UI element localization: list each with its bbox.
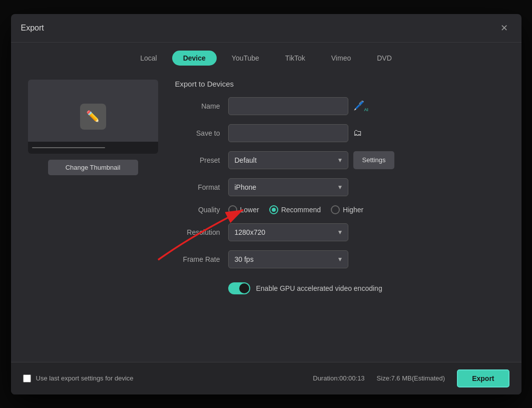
preset-row: Preset Default Custom ▼ Settings — [175, 151, 509, 169]
format-select[interactable]: iPhone iPad Android Apple TV — [228, 178, 348, 196]
thumbnail-icon: ✏️ — [80, 104, 106, 130]
toggle-knob — [239, 283, 249, 293]
section-title: Export to Devices — [175, 80, 509, 88]
frame-rate-label: Frame Rate — [175, 255, 220, 263]
quality-options: Lower Recommend Higher — [228, 205, 364, 214]
right-panel: Export to Devices Name 🖊️AI Save to 🗂 Pr… — [175, 80, 509, 354]
ai-icon[interactable]: 🖊️AI — [353, 100, 369, 112]
thumbnail-preview: ✏️ — [28, 80, 158, 154]
tab-tiktok[interactable]: TikTok — [274, 51, 316, 66]
tabs-row: Local Device YouTube TikTok Vimeo DVD — [11, 43, 521, 72]
save-to-row: Save to 🗂 — [175, 124, 509, 142]
resolution-select[interactable]: 1280x720 1920x1080 3840x2160 — [228, 223, 348, 241]
change-thumbnail-button[interactable]: Change Thumbnail — [48, 160, 138, 175]
last-settings-checkbox[interactable] — [23, 374, 31, 382]
size-text: Size:7.6 MB(Estimated) — [377, 374, 445, 382]
quality-higher-radio[interactable] — [331, 205, 340, 214]
quality-row: Quality Lower Recommend — [175, 205, 509, 214]
quality-higher-label: Higher — [343, 206, 363, 214]
quality-label: Quality — [175, 206, 220, 214]
edit-icon: ✏️ — [86, 110, 100, 123]
tab-device[interactable]: Device — [172, 51, 217, 66]
tab-local[interactable]: Local — [129, 51, 168, 66]
thumbnail-bar-line — [32, 147, 105, 148]
save-to-label: Save to — [175, 129, 220, 137]
thumbnail-bar — [28, 142, 158, 154]
gpu-row: Enable GPU accelerated video encoding — [175, 282, 509, 294]
tab-vimeo[interactable]: Vimeo — [320, 51, 362, 66]
preset-select[interactable]: Default Custom — [228, 151, 348, 169]
settings-button[interactable]: Settings — [353, 151, 395, 169]
dialog-footer: Use last export settings for device Dura… — [11, 362, 521, 394]
quality-lower-option[interactable]: Lower — [228, 205, 259, 214]
tab-dvd[interactable]: DVD — [366, 51, 403, 66]
tab-youtube[interactable]: YouTube — [221, 51, 270, 66]
quality-lower-label: Lower — [240, 206, 259, 214]
export-button[interactable]: Export — [457, 369, 509, 387]
save-to-input[interactable] — [228, 124, 348, 142]
quality-higher-option[interactable]: Higher — [331, 205, 363, 214]
quality-recommend-label: Recommend — [281, 206, 321, 214]
footer-left: Use last export settings for device — [23, 374, 134, 382]
name-row: Name 🖊️AI — [175, 97, 509, 115]
frame-rate-select-wrapper: 24 fps 30 fps 60 fps ▼ — [228, 250, 348, 268]
format-select-wrapper: iPhone iPad Android Apple TV ▼ — [228, 178, 348, 196]
quality-recommend-option[interactable]: Recommend — [269, 205, 321, 214]
folder-icon[interactable]: 🗂 — [353, 128, 362, 138]
close-button[interactable]: ✕ — [497, 21, 511, 35]
preset-label: Preset — [175, 156, 220, 164]
duration-text: Duration:00:00:13 — [313, 374, 364, 382]
quality-lower-radio[interactable] — [228, 205, 237, 214]
resolution-select-wrapper: 1280x720 1920x1080 3840x2160 ▼ — [228, 223, 348, 241]
quality-recommend-radio[interactable] — [269, 205, 278, 214]
gpu-label: Enable GPU accelerated video encoding — [256, 284, 382, 292]
gpu-toggle[interactable] — [228, 282, 250, 294]
preset-select-wrapper: Default Custom ▼ — [228, 151, 348, 169]
frame-rate-row: Frame Rate 24 fps 30 fps 60 fps ▼ — [175, 250, 509, 268]
last-settings-label: Use last export settings for device — [36, 374, 134, 382]
name-input[interactable] — [228, 97, 348, 115]
quality-recommend-dot — [272, 208, 276, 212]
name-label: Name — [175, 102, 220, 110]
resolution-label: Resolution — [175, 228, 220, 236]
format-label: Format — [175, 183, 220, 191]
format-row: Format iPhone iPad Android Apple TV ▼ — [175, 178, 509, 196]
left-panel: ✏️ Change Thumbnail — [23, 80, 163, 354]
frame-rate-select[interactable]: 24 fps 30 fps 60 fps — [228, 250, 348, 268]
footer-info: Duration:00:00:13 Size:7.6 MB(Estimated)… — [313, 369, 509, 387]
resolution-row: Resolution 1280x720 1920x1080 3840x2160 … — [175, 223, 509, 241]
dialog-title: Export — [21, 24, 44, 33]
